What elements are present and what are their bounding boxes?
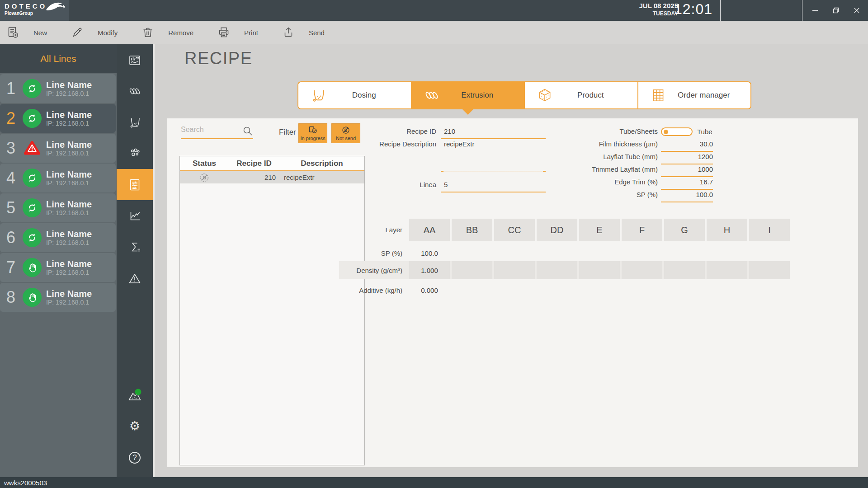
nav-recipe-active[interactable] bbox=[117, 169, 153, 200]
line-item-8[interactable]: 8 Line Name IP: 192.168.0.1 bbox=[0, 283, 116, 312]
extruder-screws-icon bbox=[128, 84, 142, 98]
nav-alarms[interactable] bbox=[117, 263, 153, 294]
send-button[interactable]: Send bbox=[282, 21, 325, 44]
help-icon: ? bbox=[129, 452, 141, 464]
close-button[interactable] bbox=[846, 0, 867, 21]
density-H-cell[interactable] bbox=[707, 261, 747, 279]
density-I-cell[interactable] bbox=[749, 261, 790, 279]
titlebar-divider bbox=[802, 0, 802, 21]
nav-settings[interactable]: ⚙ bbox=[117, 415, 153, 446]
sync-status-icon bbox=[23, 79, 42, 98]
dolphin-logo-icon bbox=[45, 1, 66, 14]
new-document-icon bbox=[6, 26, 20, 39]
nav-overview[interactable] bbox=[117, 44, 153, 75]
sp-AA-value[interactable]: 100.0 bbox=[409, 249, 450, 257]
nav-reports[interactable] bbox=[117, 231, 153, 263]
extruder-screws-icon bbox=[424, 87, 440, 103]
modify-button-label: Modify bbox=[98, 29, 118, 37]
content-header: RECIPE Dosing Extrusion Product Order ma… bbox=[155, 44, 868, 118]
layer-col-AA: AA bbox=[409, 219, 450, 241]
order-grid-icon bbox=[650, 87, 666, 103]
additive-AA-value[interactable]: 0.000 bbox=[409, 286, 450, 294]
line-name: Line Name bbox=[46, 229, 92, 239]
density-BB-cell[interactable] bbox=[452, 261, 492, 279]
pellets-icon bbox=[128, 147, 142, 160]
sp-total-value[interactable]: 100.0 bbox=[661, 191, 713, 198]
search-field bbox=[181, 123, 253, 139]
film-thickness-value[interactable]: 30.0 bbox=[661, 140, 713, 148]
line-item-1[interactable]: 1 Line Name IP: 192.168.0.1 bbox=[0, 74, 116, 103]
product-cube-icon bbox=[537, 87, 553, 103]
recipe-id-underline bbox=[441, 138, 546, 139]
recipe-panel: Filter In progress Not send Status Recip… bbox=[167, 118, 858, 467]
print-button[interactable]: Print bbox=[217, 21, 258, 44]
density-row-label: Density (g/cm³) bbox=[285, 267, 402, 274]
search-icon[interactable] bbox=[242, 126, 253, 136]
line-number: 5 bbox=[0, 198, 22, 217]
search-input[interactable] bbox=[181, 123, 239, 136]
density-F-cell[interactable] bbox=[622, 261, 662, 279]
nav-help[interactable]: ? bbox=[117, 446, 153, 477]
line-item-6[interactable]: 6 Line Name IP: 192.168.0.1 bbox=[0, 223, 116, 252]
layer-corner-label: Layer bbox=[285, 226, 402, 234]
layflat-tube-value[interactable]: 1200 bbox=[661, 153, 713, 160]
line-item-2-selected[interactable]: 2 Line Name IP: 192.168.0.1 bbox=[0, 104, 116, 133]
alarm-status-icon bbox=[23, 139, 42, 158]
nav-dosing[interactable] bbox=[117, 107, 153, 138]
dosing-hopper-icon bbox=[310, 87, 326, 103]
recipe-id-value[interactable]: 210 bbox=[444, 127, 455, 135]
density-DD-cell[interactable] bbox=[537, 261, 577, 279]
tab-product[interactable]: Product bbox=[524, 82, 637, 108]
line-ip: IP: 192.168.0.1 bbox=[46, 90, 92, 97]
line-ip: IP: 192.168.0.1 bbox=[46, 179, 92, 187]
nav-extrusion[interactable] bbox=[117, 75, 153, 107]
col-status: Status bbox=[180, 159, 229, 168]
iconbar-spacer bbox=[117, 294, 153, 384]
all-lines-header[interactable]: All Lines bbox=[0, 44, 117, 73]
line-item-4[interactable]: 4 Line Name IP: 192.168.0.1 bbox=[0, 164, 116, 192]
recipe-description-value[interactable]: recipeExtr bbox=[444, 140, 475, 148]
layer-col-E: E bbox=[579, 219, 620, 241]
layer-col-H: H bbox=[707, 219, 747, 241]
line-number: 8 bbox=[0, 288, 22, 307]
line-item-7[interactable]: 7 Line Name IP: 192.168.0.1 bbox=[0, 253, 116, 282]
empty-field-underline bbox=[441, 171, 546, 172]
action-toolbar: New Modify Remove Print Send bbox=[0, 21, 868, 44]
remove-button[interactable]: Remove bbox=[141, 21, 193, 44]
restore-button[interactable] bbox=[826, 0, 846, 21]
edge-trim-value[interactable]: 16.7 bbox=[661, 178, 713, 186]
linea-value[interactable]: 5 bbox=[444, 181, 448, 188]
nav-pellets[interactable] bbox=[117, 138, 153, 169]
modify-button[interactable]: Modify bbox=[71, 21, 118, 44]
edge-trim-underline bbox=[661, 189, 713, 190]
line-number: 4 bbox=[0, 169, 22, 188]
title-bar: DOTECO PiovanGroup JUL 08 2025 TUESDAY 1… bbox=[0, 0, 868, 21]
manual-hand-status-icon bbox=[23, 288, 42, 307]
col-description: Description bbox=[279, 159, 364, 168]
tube-sheets-toggle[interactable] bbox=[661, 127, 693, 136]
minimize-button[interactable] bbox=[805, 0, 826, 21]
app-logo: DOTECO PiovanGroup bbox=[0, 0, 69, 21]
clock-date: JUL 08 2025 TUESDAY bbox=[639, 2, 678, 17]
density-E-cell[interactable] bbox=[579, 261, 620, 279]
nav-materials[interactable] bbox=[117, 384, 153, 415]
density-AA-cell[interactable]: 1.000 bbox=[409, 261, 450, 279]
line-item-5[interactable]: 5 Line Name IP: 192.168.0.1 bbox=[0, 193, 116, 222]
manual-hand-status-icon bbox=[23, 258, 42, 277]
not-sent-status-icon bbox=[199, 173, 209, 183]
layer-col-F: F bbox=[622, 219, 662, 241]
tab-dosing[interactable]: Dosing bbox=[298, 82, 411, 108]
trimmed-layflat-value[interactable]: 1000 bbox=[661, 165, 713, 173]
new-button[interactable]: New bbox=[6, 21, 47, 44]
film-thickness-label: Film thickness (µm) bbox=[542, 140, 658, 148]
density-G-cell[interactable] bbox=[664, 261, 705, 279]
nav-trends[interactable] bbox=[117, 200, 153, 231]
edge-trim-label: Edge Trim (%) bbox=[542, 178, 658, 186]
line-name: Line Name bbox=[46, 110, 92, 120]
density-CC-cell[interactable] bbox=[494, 261, 535, 279]
line-item-3[interactable]: 3 Line Name IP: 192.168.0.1 bbox=[0, 134, 116, 163]
recipe-icon bbox=[128, 178, 142, 192]
tab-order-manager[interactable]: Order manager bbox=[637, 82, 751, 108]
sync-status-icon bbox=[23, 228, 42, 247]
tab-extrusion-active[interactable]: Extrusion bbox=[411, 82, 524, 108]
